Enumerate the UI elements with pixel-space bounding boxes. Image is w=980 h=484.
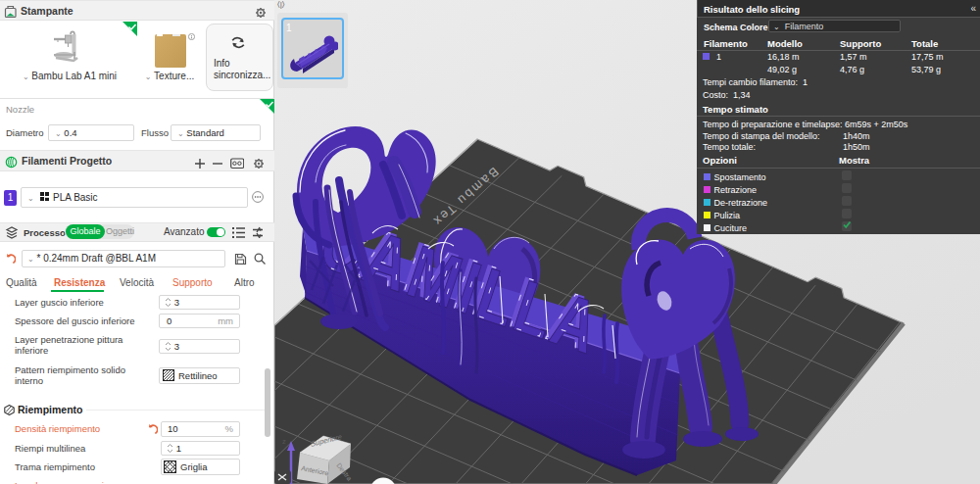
svg-text:z: z [282, 437, 286, 446]
